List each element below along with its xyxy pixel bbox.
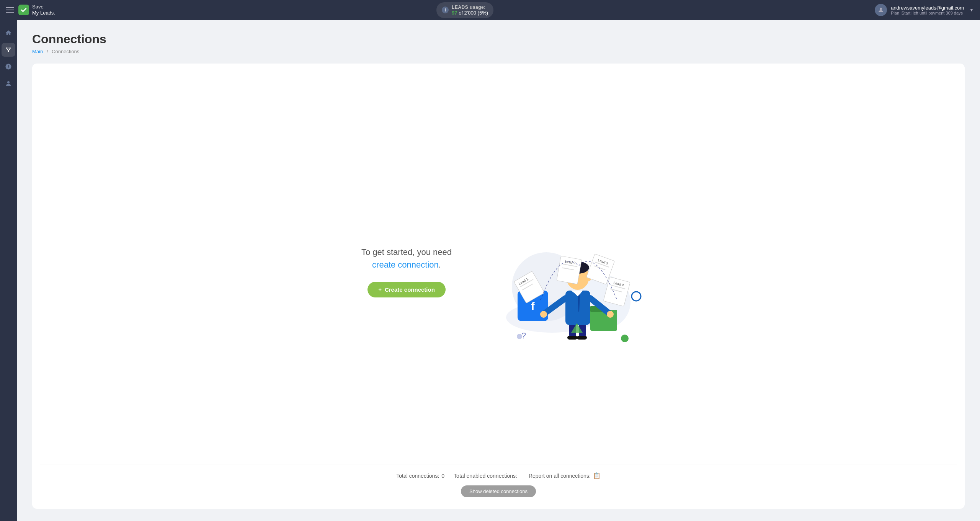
main-layout: Connections Main / Connections To get st… (0, 20, 980, 521)
info-icon: i (442, 7, 449, 13)
show-deleted-button[interactable]: Show deleted connections (461, 485, 536, 497)
user-info[interactable]: andrewsavemyleads@gmail.com Plan |Start|… (875, 4, 974, 16)
illustration-svg: f (487, 199, 648, 344)
sidebar (0, 20, 17, 521)
total-connections-value: 0 (441, 473, 444, 479)
hero-description: To get started, you need create connecti… (349, 246, 464, 271)
illustration: f (487, 199, 648, 344)
svg-point-25 (607, 311, 614, 318)
create-connection-link[interactable]: create connection (372, 260, 439, 269)
svg-point-48 (621, 335, 629, 342)
leads-usage-value: 97 of 2'000 (5%) (452, 10, 488, 16)
hero-text: To get started, you need create connecti… (349, 246, 464, 297)
topbar-right: andrewsavemyleads@gmail.com Plan |Start|… (875, 4, 974, 16)
svg-text:f: f (531, 300, 535, 312)
svg-point-7 (7, 81, 10, 83)
page-title: Connections (32, 32, 965, 46)
content-area: Connections Main / Connections To get st… (17, 20, 980, 521)
leads-usage-text: LEADS usage: 97 of 2'000 (5%) (452, 5, 488, 16)
stats-footer: Total connections: 0 Total enabled conne… (40, 464, 957, 479)
user-avatar (875, 4, 887, 16)
svg-line-5 (8, 49, 10, 51)
report-icon[interactable]: 📋 (593, 472, 601, 479)
logo-text: Save My Leads. (32, 4, 55, 16)
logo: Save My Leads. (18, 4, 55, 16)
svg-text:?: ? (521, 331, 526, 340)
leads-usage-badge[interactable]: i LEADS usage: 97 of 2'000 (5%) (436, 2, 493, 18)
sidebar-item-connections[interactable] (2, 43, 15, 57)
connections-card: To get started, you need create connecti… (32, 64, 965, 509)
svg-point-3 (8, 51, 9, 52)
logo-icon (18, 5, 29, 15)
create-connection-button[interactable]: + Create connection (368, 282, 446, 297)
breadcrumb: Main / Connections (32, 49, 965, 54)
topbar-center: i LEADS usage: 97 of 2'000 (5%) (436, 2, 493, 18)
sidebar-item-billing[interactable] (2, 60, 15, 73)
svg-point-47 (632, 292, 641, 301)
total-connections: Total connections: 0 (396, 473, 444, 479)
breadcrumb-current: Connections (52, 49, 79, 54)
hero-section: To get started, you need create connecti… (326, 79, 671, 464)
svg-line-4 (7, 49, 9, 51)
svg-rect-18 (577, 336, 587, 340)
svg-rect-17 (567, 336, 577, 340)
breadcrumb-main[interactable]: Main (32, 49, 43, 54)
user-details: andrewsavemyleads@gmail.com Plan |Start|… (891, 5, 964, 15)
sidebar-item-account[interactable] (2, 77, 15, 90)
report-all-connections[interactable]: Report on all connections: 📋 (529, 472, 601, 479)
hamburger-button[interactable] (6, 7, 14, 13)
svg-point-0 (880, 8, 882, 10)
topbar-left: Save My Leads. (6, 4, 55, 16)
topbar: Save My Leads. i LEADS usage: 97 of 2'00… (0, 0, 980, 20)
sidebar-item-home[interactable] (2, 26, 15, 40)
chevron-down-icon: ▼ (969, 7, 974, 13)
total-enabled-connections: Total enabled connections: (454, 473, 519, 479)
svg-point-24 (540, 311, 547, 318)
